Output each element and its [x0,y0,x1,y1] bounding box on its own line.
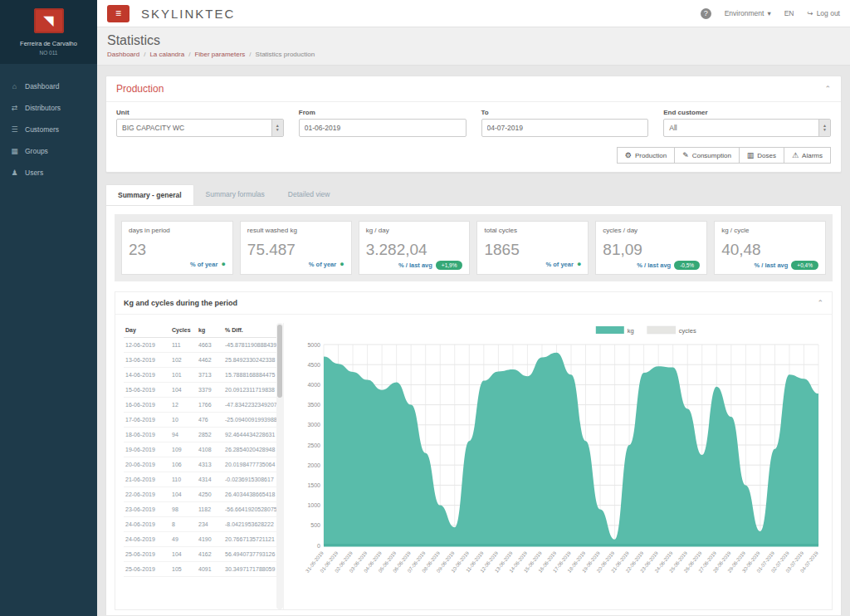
table-cell: 20-06-2019 [124,457,170,472]
kpi-value: 23 [129,241,226,259]
table-scrollbar-thumb[interactable] [277,325,282,398]
table-cell: 2852 [197,428,223,442]
kpi-total-cycles: total cycles 1865 % of year● [476,221,589,275]
org-logo-block: ◥ Ferreira de Carvalho NO 011 [0,0,97,64]
language-selector[interactable]: EN [784,9,794,17]
table-cell: 92.4644434228631 [223,428,283,442]
collapse-icon[interactable]: ⌃ [817,299,823,307]
breadcrumb-link-parameters[interactable]: Fiber parameters [194,51,245,58]
select-spinner-icon[interactable]: ▲▼ [271,120,283,136]
kpi-foot-link[interactable]: % / last avg [398,262,432,269]
table-cell: 23-06-2019 [124,502,170,516]
breadcrumb: Dashboard / La calandra / Fiber paramete… [107,51,840,58]
unit-select[interactable]: BIG CAPACITY WC ▲▼ [116,119,284,137]
table-cell: 25-06-2019 [124,547,170,561]
distributors-icon: ⇄ [10,104,19,112]
sidebar-item-customers[interactable]: ☰ Customers [0,119,97,140]
table-cell: 4162 [197,547,223,561]
kpi-value: 3.282,04 [366,241,463,259]
tab-summary-general[interactable]: Summary - general [105,184,194,205]
org-name: Ferreira de Carvalho [5,40,92,48]
table-cell: 12 [170,398,197,412]
table-cell: 94 [170,428,197,442]
table-cell: 104 [170,487,197,501]
kpi-result-washed-kg: result washed kg 75.487 % of year● [240,221,352,275]
svg-text:1500: 1500 [307,482,320,488]
table-cell: -8.0421953628222 [223,517,283,531]
kpi-foot-link[interactable]: % / last avg [754,262,788,269]
table-cell: 4314 [197,472,223,486]
kpi-badge: +0,4% [791,261,818,270]
table-header-row: DayCycleskg% Diff. [124,323,283,338]
to-date-input[interactable] [481,119,649,137]
table-row: 21-06-20191104314-0.0236915308617 [124,472,283,487]
tab-summary-formulas[interactable]: Summary formulas [194,184,276,205]
table-cell: 102 [170,353,197,367]
topbar-right: ? Environment ▾ EN ↪ Log out [701,8,840,19]
daily-table: DayCycleskg% Diff.12-06-20191114663-45.8… [124,323,284,609]
kpi-foot-link[interactable]: % of year [190,261,217,268]
doses-icon: ▥ [747,151,755,159]
production-button[interactable]: ⚙ Production [617,147,675,164]
table-row: 23-06-2019981182-56.6641920528075 [124,502,283,517]
kpi-foot-link[interactable]: % of year [546,261,574,268]
table-scrollbar[interactable] [276,323,283,609]
user-menu[interactable]: Environment ▾ [725,9,771,17]
status-dot-icon: ● [221,261,225,268]
end-customer-select[interactable]: All ▲▼ [663,119,831,137]
table-cell: 111 [170,338,197,352]
table-cell: 4190 [197,532,223,546]
kpi-badge: +1,9% [436,261,463,270]
sidebar: ◥ Ferreira de Carvalho NO 011 ⌂ Dashboar… [0,0,97,616]
sidebar-item-dashboard[interactable]: ⌂ Dashboard [0,76,97,97]
breadcrumb-link-dashboard[interactable]: Dashboard [107,51,139,58]
collapse-icon[interactable]: ⌃ [824,85,831,93]
tab-detailed-view[interactable]: Detailed view [276,184,342,205]
table-cell: 4250 [197,487,223,501]
table-header-cell: kg [197,323,223,337]
table-row: 19-06-2019109410826.2854020428948 [124,442,283,457]
kpi-value: 75.487 [247,241,344,259]
kpi-label: kg / cycle [721,227,818,234]
app-title: SKYLINKTEC [141,7,235,21]
table-row: 20-06-2019106431320.0198477735064 [124,457,283,472]
kpi-value: 40,48 [721,241,818,259]
kpi-cycles-per-day: cycles / day 81,09 % / last avg-0,5% [595,221,707,275]
table-cell: 30.3497171788059 [223,562,283,576]
doses-button[interactable]: ▥ Doses [740,147,784,164]
sidebar-item-label: Dashboard [25,82,60,90]
logout-button[interactable]: ↪ Log out [808,9,841,17]
kpi-days-in-period: days in period 23 % of year● [121,221,233,275]
kpi-label: result washed kg [247,227,344,234]
table-cell: 104 [170,383,197,397]
table-cell: -45.8781190888439 [223,338,283,352]
sidebar-item-users[interactable]: ♟ Users [0,162,97,183]
customers-icon: ☰ [10,125,19,134]
sidebar-item-groups[interactable]: ▦ Groups [0,140,97,162]
table-cell: 105 [170,562,197,576]
alarms-button[interactable]: ⚠ Alarms [784,147,831,164]
table-cell: 8 [170,517,197,531]
summary-tabs: Summary - general Summary formulas Detai… [105,184,842,205]
table-cell: 110 [170,472,197,486]
sidebar-item-distributors[interactable]: ⇄ Distributors [0,97,97,119]
sidebar-item-label: Customers [25,125,59,134]
table-cell: 4313 [197,457,223,472]
consumption-button[interactable]: ✎ Consumption [675,147,740,164]
org-logo-icon: ◥ [34,8,64,33]
svg-text:500: 500 [310,522,320,528]
kg-area-chart: 0500100015002000250030003500400045005000… [296,323,827,609]
kpi-foot-link[interactable]: % of year [309,261,336,268]
select-spinner-icon[interactable]: ▲▼ [818,120,830,136]
table-cell: 24-06-2019 [124,532,170,546]
help-icon[interactable]: ? [701,8,711,19]
sidebar-toggle-button[interactable]: ≡ [107,5,129,22]
from-date-input[interactable] [299,119,467,137]
breadcrumb-link-unit[interactable]: La calandra [149,51,184,58]
page-head: Statistics Dashboard / La calandra / Fib… [97,27,850,66]
table-row: 18-06-201994285292.4644434228631 [124,428,283,442]
table-cell: 106 [170,457,197,472]
svg-text:0: 0 [317,543,320,549]
kpi-foot-link[interactable]: % / last avg [637,262,671,269]
table-cell: 17-06-2019 [124,413,170,427]
